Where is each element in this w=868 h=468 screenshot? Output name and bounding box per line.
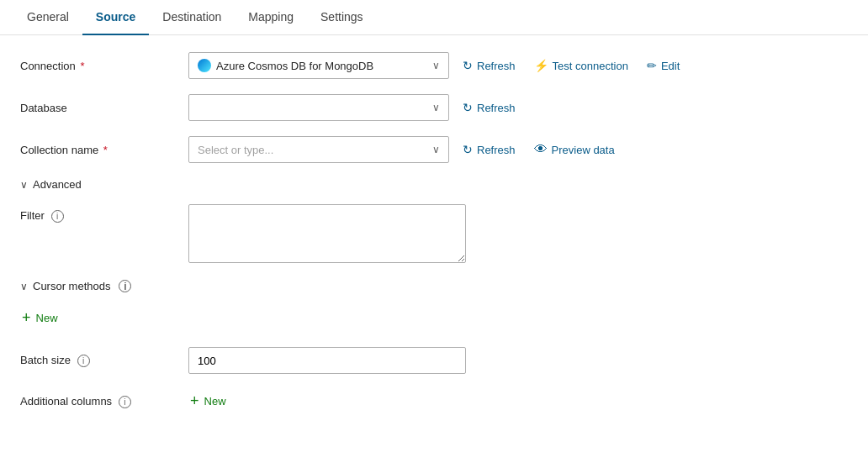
database-controls: ∨ ↻ Refresh [188,94,848,121]
new-plus-icon: + [22,309,31,327]
test-connection-button[interactable]: ⚡ Test connection [529,55,633,76]
additional-columns-plus-icon: + [190,392,199,410]
database-row: Database ∨ ↻ Refresh [20,94,848,121]
connection-refresh-button[interactable]: ↻ Refresh [458,55,521,76]
preview-data-button[interactable]: 👁 Preview data [529,139,620,160]
filter-input[interactable] [188,204,466,263]
tab-mapping[interactable]: Mapping [235,0,307,35]
collection-name-dropdown[interactable]: Select or type... ∨ [188,136,449,163]
filter-info-icon: i [51,210,64,223]
database-dropdown[interactable]: ∨ [188,94,449,121]
advanced-chevron-icon: ∨ [20,179,28,191]
batch-size-controls [188,347,848,374]
batch-size-row: Batch size i [20,347,848,374]
connection-controls: Azure Cosmos DB for MongoDB ∨ ↻ Refresh … [188,52,848,79]
tab-destination[interactable]: Destination [149,0,235,35]
batch-size-input[interactable] [188,347,466,374]
refresh-icon: ↻ [463,59,473,72]
edit-icon: ✏ [647,59,657,72]
collection-name-row: Collection name * Select or type... ∨ ↻ … [20,136,848,163]
tab-bar: General Source Destination Mapping Setti… [0,0,868,35]
collection-placeholder: Select or type... [198,144,273,156]
database-refresh-icon: ↻ [463,101,473,114]
additional-columns-controls: + New [188,389,848,413]
connection-row: Connection * Azure Cosmos DB for MongoDB… [20,52,848,79]
cursor-methods-chevron-icon: ∨ [20,281,28,292]
new-button-row: + New [20,306,848,330]
collection-name-controls: Select or type... ∨ ↻ Refresh 👁 Preview … [188,136,848,163]
collection-name-label: Collection name * [20,144,188,156]
connection-value: Azure Cosmos DB for MongoDB [198,59,373,72]
cursor-methods-info-icon: i [119,280,131,292]
connection-chevron-icon: ∨ [432,60,440,71]
connection-dropdown[interactable]: Azure Cosmos DB for MongoDB ∨ [188,52,449,79]
edit-button[interactable]: ✏ Edit [642,55,685,76]
database-label: Database [20,102,188,114]
batch-size-label: Batch size i [20,354,188,367]
cursor-methods-section-header[interactable]: ∨ Cursor methods i [20,280,848,292]
advanced-section-header[interactable]: ∨ Advanced [20,178,848,191]
collection-refresh-button[interactable]: ↻ Refresh [458,139,521,160]
cosmos-icon [198,59,211,72]
main-content: Connection * Azure Cosmos DB for MongoDB… [0,35,868,445]
filter-label: Filter i [20,204,188,223]
tab-source[interactable]: Source [82,0,149,35]
database-chevron-icon: ∨ [432,102,440,113]
filter-row: Filter i [20,204,848,263]
tab-general[interactable]: General [13,0,82,35]
new-button[interactable]: + New [20,306,60,330]
collection-refresh-icon: ↻ [463,143,473,156]
additional-columns-new-button[interactable]: + New [188,389,228,413]
tab-settings[interactable]: Settings [307,0,377,35]
preview-icon: 👁 [534,142,548,157]
collection-chevron-icon: ∨ [432,144,440,155]
additional-columns-info-icon: i [119,396,131,408]
batch-size-info-icon: i [77,355,90,367]
additional-columns-label: Additional columns i [20,395,188,408]
test-connection-icon: ⚡ [534,59,548,72]
connection-label: Connection * [20,60,188,72]
database-refresh-button[interactable]: ↻ Refresh [458,97,521,118]
additional-columns-row: Additional columns i + New [20,389,848,413]
